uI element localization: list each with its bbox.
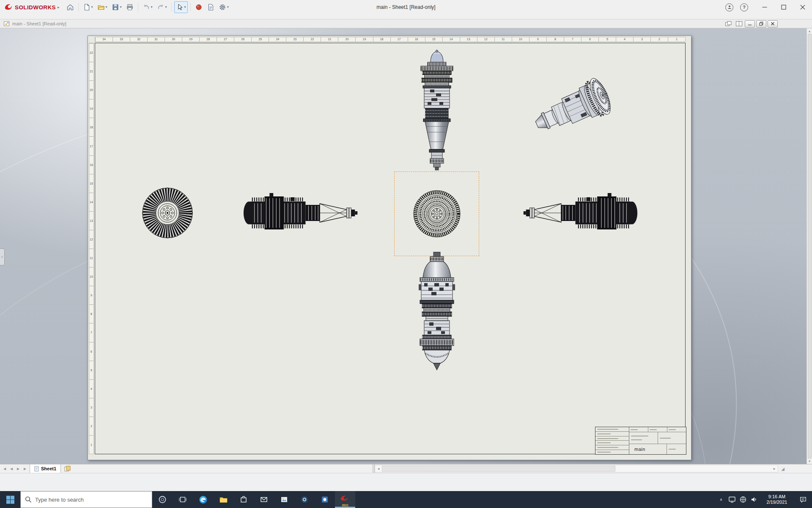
- start-button[interactable]: [0, 491, 20, 508]
- pane-collapse-tab[interactable]: ‹: [0, 248, 5, 265]
- tray-network-icon[interactable]: [738, 496, 749, 503]
- dropdown-caret-icon[interactable]: ▾: [120, 6, 122, 9]
- tab-sheet1[interactable]: Sheet1: [30, 464, 61, 473]
- scroll-left-icon[interactable]: ◂: [375, 467, 382, 471]
- ruler-number: 8: [89, 304, 93, 323]
- ruler-number: 3: [89, 398, 93, 417]
- next-sheet-button[interactable]: ▶: [16, 467, 21, 471]
- ruler-number: 21: [89, 62, 93, 80]
- taskbar-app-tile-button[interactable]: [315, 491, 335, 508]
- ruler-number: 1: [89, 435, 93, 454]
- taskbar-mail-button[interactable]: [254, 491, 274, 508]
- first-sheet-button[interactable]: ◀: [2, 467, 7, 471]
- select-tool-button[interactable]: ▾: [174, 1, 188, 13]
- search-input[interactable]: [35, 497, 148, 503]
- ruler-number: 7: [564, 37, 581, 41]
- account-button[interactable]: [725, 3, 733, 11]
- vertical-scrollbar-thumb[interactable]: [808, 34, 812, 458]
- scroll-right-icon[interactable]: ▸: [771, 467, 778, 471]
- vertical-scrollbar[interactable]: ▴ ▾: [807, 28, 812, 464]
- action-center-icon: [799, 496, 807, 503]
- last-sheet-button[interactable]: ▶: [22, 467, 27, 471]
- task-view-button[interactable]: [173, 491, 193, 508]
- mail-icon: [260, 495, 268, 504]
- ruler-number: 2: [89, 417, 93, 435]
- menu-expand-icon[interactable]: ▸: [58, 5, 60, 9]
- doc-minimize-button[interactable]: [745, 20, 755, 28]
- tray-speaker-icon[interactable]: [749, 496, 760, 503]
- toolbar-separator: [171, 3, 172, 11]
- ruler-number: 4: [89, 379, 93, 398]
- app-maximize-button[interactable]: [774, 0, 793, 14]
- titleblock-text-bar: [669, 429, 676, 430]
- open-folder-icon: [97, 3, 105, 11]
- corner-resize-icon[interactable]: ◢: [778, 464, 787, 473]
- open-document-button[interactable]: ▾: [96, 1, 109, 13]
- doc-close-button[interactable]: [768, 20, 778, 28]
- redo-button[interactable]: ▾: [155, 1, 169, 13]
- taskbar-search[interactable]: [20, 491, 152, 508]
- new-document-button[interactable]: ▾: [81, 1, 95, 13]
- action-center-button[interactable]: [794, 491, 812, 508]
- clock-time: 9:16 AM: [760, 494, 794, 500]
- cortana-button[interactable]: [152, 491, 173, 508]
- tray-hidden-icons-chevron[interactable]: ∧: [716, 497, 727, 502]
- dropdown-caret-icon[interactable]: ▾: [165, 6, 167, 9]
- drawing-view-front[interactable]: [407, 184, 466, 243]
- scroll-up-icon[interactable]: ▴: [809, 29, 810, 33]
- undo-button[interactable]: ▾: [141, 1, 154, 13]
- drawing-document-icon: [3, 21, 10, 27]
- save-button[interactable]: ▾: [110, 1, 123, 13]
- drawing-view-bottom[interactable]: [411, 251, 462, 374]
- taskbar-clock[interactable]: 9:16 AM 2/19/2021: [760, 491, 794, 508]
- drawing-name: main: [629, 447, 667, 452]
- ruler-number: 26: [234, 37, 251, 41]
- horizontal-scrollbar[interactable]: ◂ ▸: [375, 465, 778, 472]
- file-properties-button[interactable]: [205, 1, 216, 13]
- sheet-nav-buttons: ◀ ◀ ▶ ▶: [0, 464, 30, 473]
- previous-sheet-button[interactable]: ◀: [9, 467, 14, 471]
- app-close-button[interactable]: [793, 0, 812, 14]
- ruler-number: 11: [494, 37, 512, 41]
- solidworks-brand[interactable]: SOLIDWORKS: [4, 3, 56, 11]
- clock-date: 2/19/2021: [760, 500, 794, 505]
- rebuild-button[interactable]: [193, 1, 204, 13]
- dropdown-caret-icon[interactable]: ▾: [106, 6, 107, 9]
- taskbar-file-explorer-button[interactable]: [213, 491, 233, 508]
- titleblock-text-bar: [631, 439, 642, 440]
- drawing-view-isometric[interactable]: [526, 72, 632, 140]
- dropdown-caret-icon[interactable]: ▾: [91, 6, 93, 9]
- drawing-view-top[interactable]: [411, 48, 462, 171]
- ruler-number: 16: [89, 155, 93, 174]
- dropdown-caret-icon[interactable]: ▾: [184, 6, 186, 9]
- app-icon-blue-tile: [321, 495, 329, 504]
- scroll-down-icon[interactable]: ▾: [809, 459, 810, 463]
- drawing-sheet[interactable]: 3433323130292827262524232221201918171615…: [88, 36, 691, 460]
- options-button[interactable]: ▾: [217, 1, 230, 13]
- home-button[interactable]: [65, 1, 76, 13]
- drawing-view-right[interactable]: [515, 185, 641, 240]
- taskbar-photos-button[interactable]: [274, 491, 294, 508]
- dropdown-caret-icon[interactable]: ▾: [227, 6, 229, 9]
- taskbar-solidworks-button[interactable]: 2021: [335, 491, 355, 508]
- ruler-number: 11: [89, 248, 93, 267]
- graphics-viewport[interactable]: 3433323130292827262524232221201918171615…: [0, 28, 812, 464]
- taskbar-app-circle-button[interactable]: [294, 491, 315, 508]
- drawing-view-left[interactable]: [240, 185, 366, 240]
- help-button[interactable]: ?: [740, 3, 748, 11]
- horizontal-scrollbar-thumb[interactable]: [382, 466, 615, 472]
- window-arrange-icon-b[interactable]: [734, 20, 743, 28]
- print-button[interactable]: [124, 1, 135, 13]
- ruler-number: 19: [355, 37, 373, 41]
- taskbar-edge-button[interactable]: [193, 491, 213, 508]
- dropdown-caret-icon[interactable]: ▾: [151, 6, 153, 9]
- tray-display-icon[interactable]: [727, 496, 738, 503]
- app-minimize-button[interactable]: [755, 0, 774, 14]
- ruler-number: 20: [338, 37, 355, 41]
- taskbar-store-button[interactable]: [233, 491, 254, 508]
- add-sheet-button[interactable]: [61, 464, 74, 473]
- doc-restore-button[interactable]: [756, 20, 766, 28]
- window-arrange-icon-a[interactable]: [724, 20, 733, 28]
- sheet-icon: [34, 466, 39, 472]
- drawing-view-rear[interactable]: [138, 183, 197, 243]
